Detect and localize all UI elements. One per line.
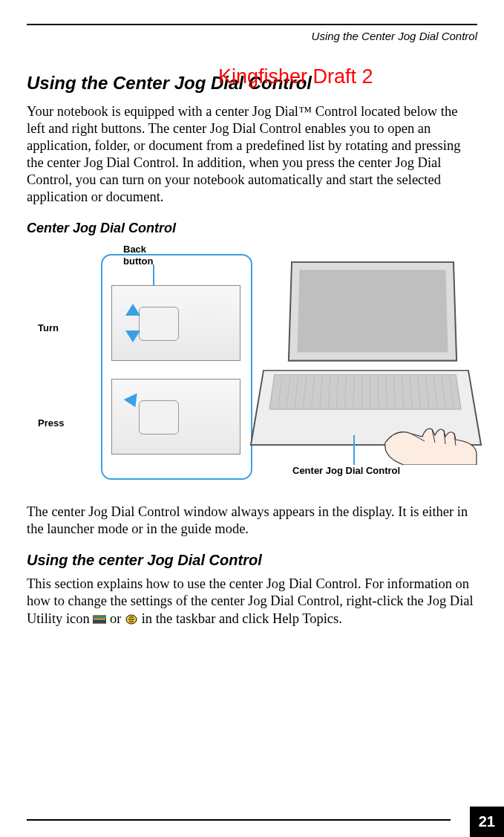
- leader-line-center: [353, 435, 355, 465]
- section-heading: Using the center Jog Dial Control: [27, 551, 477, 570]
- jog-dial-utility-icon: [93, 612, 106, 622]
- p3-text-mid: or: [110, 611, 125, 626]
- figure-caption: Center Jog Dial Control: [27, 220, 477, 237]
- laptop-illustration: [257, 260, 472, 460]
- tile-press: [111, 379, 240, 455]
- running-head: Using the Center Jog Dial Control: [27, 24, 477, 44]
- label-turn: Turn: [38, 322, 59, 334]
- intro-paragraph: Your notebook is equipped with a center …: [27, 103, 477, 206]
- paragraph-usage: This section explains how to use the cen…: [27, 576, 477, 627]
- label-back-button: Back button: [123, 244, 153, 268]
- draft-watermark: Kingfisher Draft 2: [218, 65, 373, 90]
- jog-dial-utility-alt-icon: [125, 612, 138, 622]
- page-number: 21: [470, 807, 504, 837]
- label-center-jog-dial: Center Jog Dial Control: [292, 465, 400, 477]
- p3-text-b: in the taskbar and click Help Topics.: [142, 611, 342, 626]
- arrow-press-icon: [124, 394, 143, 411]
- arrow-up-icon: [125, 304, 140, 316]
- label-press: Press: [38, 417, 64, 429]
- svg-rect-1: [93, 616, 106, 618]
- footer-rule: [27, 819, 451, 821]
- hand-icon: [382, 413, 478, 465]
- figure-jog-dial: Back button Turn Press Center Jog Dial C…: [34, 247, 477, 492]
- svg-rect-2: [93, 620, 106, 622]
- laptop-screen: [288, 261, 457, 362]
- tile-turn: [111, 285, 240, 361]
- paragraph-modes: The center Jog Dial Control window alway…: [27, 504, 477, 538]
- laptop-keyboard: [269, 374, 461, 410]
- arrow-down-icon: [125, 330, 140, 342]
